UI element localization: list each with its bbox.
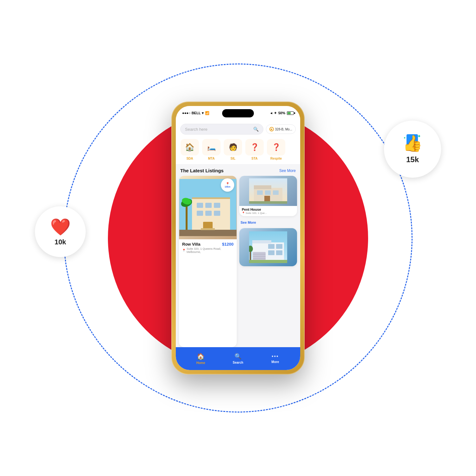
mta-icon: 🛏️ xyxy=(207,143,216,151)
sil-icon: 🧑 xyxy=(229,143,237,151)
sda-icon-box: 🏠 xyxy=(181,139,199,155)
home-nav-icon: 🏠 xyxy=(197,353,205,360)
svg-rect-34 xyxy=(276,250,282,255)
svg-rect-1 xyxy=(186,204,188,230)
categories-row: 🏠 SDA 🛏️ MTA 🧑 SIL xyxy=(176,137,300,164)
svg-rect-6 xyxy=(205,203,212,208)
svg-rect-19 xyxy=(257,190,263,195)
listings-header: The Latest Listings See More xyxy=(176,164,300,176)
thumbs-badge: 👍 ✦ ✦ 15k xyxy=(384,121,441,178)
battery-percent: 50% xyxy=(278,111,285,115)
category-mta[interactable]: 🛏️ MTA xyxy=(202,139,221,160)
more-nav-icon: ••• xyxy=(272,354,279,359)
sil-label: SIL xyxy=(230,157,235,160)
svg-rect-8 xyxy=(197,211,203,216)
svg-rect-13 xyxy=(179,230,236,236)
listing-card-pent-house[interactable]: Pent House 📍 Suite 320, 1 Que... xyxy=(239,176,297,216)
pin-icon: 📍 xyxy=(182,249,186,252)
pent-house-info: Pent House 📍 Suite 320, 1 Que... xyxy=(239,206,297,216)
house3-image xyxy=(239,228,297,266)
nav-search[interactable]: 🔍 Search xyxy=(219,353,256,364)
svg-rect-21 xyxy=(273,190,279,195)
svg-rect-10 xyxy=(214,211,220,216)
likes-count: 10k xyxy=(55,238,66,246)
location-button[interactable]: 328-B, Mo... xyxy=(266,124,296,134)
svg-rect-33 xyxy=(268,250,274,255)
svg-rect-23 xyxy=(249,201,287,204)
row-villa-name: Row Villa xyxy=(182,242,201,247)
pent-house-svg xyxy=(249,178,287,204)
sda-label: SDA xyxy=(186,157,193,160)
bottom-nav: 🏠 Home 🔍 Search ••• More xyxy=(176,347,300,370)
distance-badge: 📍 10km xyxy=(221,178,234,192)
distance-icon: 📍 xyxy=(226,182,229,186)
battery-icon xyxy=(287,111,294,115)
respite-icon-box: ❓ xyxy=(267,139,285,155)
svg-rect-7 xyxy=(214,203,220,208)
pent-pin-icon: 📍 xyxy=(242,212,245,215)
distance-value: 10km xyxy=(225,186,230,188)
respite-label: Respite xyxy=(270,157,282,160)
svg-rect-18 xyxy=(254,185,271,189)
status-carrier: ●●●○ BELL ▾ 📶 xyxy=(182,111,209,115)
battery-fill xyxy=(288,112,291,114)
svg-rect-9 xyxy=(205,211,212,216)
status-right: ◂ ✦ 50% xyxy=(270,111,294,115)
dynamic-island xyxy=(222,109,254,117)
more-nav-label: More xyxy=(271,360,279,364)
listing-card-row-villa[interactable]: 📍 10km Row Villa $1200 📍 Suite 3 xyxy=(179,176,237,347)
svg-rect-35 xyxy=(249,260,287,263)
search-box[interactable]: Search here 🔍 xyxy=(180,124,263,135)
see-more-button[interactable]: See More xyxy=(241,219,256,226)
status-bluetooth: ✦ xyxy=(274,111,277,115)
category-respite[interactable]: ❓ Respite xyxy=(267,139,286,160)
right-column: Pent House 📍 Suite 320, 1 Que... See Mor… xyxy=(239,176,297,306)
heart-icon: ❤️ xyxy=(50,217,71,237)
location-label: 328-B, Mo... xyxy=(275,128,292,131)
search-placeholder: Search here xyxy=(185,127,251,132)
search-nav-icon: 🔍 xyxy=(235,353,241,360)
status-location-icon: ◂ xyxy=(270,111,272,115)
sta-icon: ❓ xyxy=(250,143,259,151)
listings-see-more[interactable]: See More xyxy=(279,169,296,173)
svg-rect-20 xyxy=(265,190,271,195)
svg-rect-31 xyxy=(268,244,274,249)
row-villa-name-row: Row Villa $1200 xyxy=(182,242,234,247)
sta-label: STA xyxy=(251,157,257,160)
sda-icon: 🏠 xyxy=(185,143,195,152)
svg-rect-12 xyxy=(192,197,230,199)
svg-rect-32 xyxy=(276,244,282,249)
search-icon: 🔍 xyxy=(253,127,259,132)
pent-house-image xyxy=(239,176,297,206)
mta-icon-box: 🛏️ xyxy=(202,139,221,155)
nav-more[interactable]: ••• More xyxy=(257,354,294,364)
sil-icon-box: 🧑 xyxy=(224,139,242,155)
thumb-visual: 👍 ✦ ✦ xyxy=(403,134,422,153)
row-villa-address: 📍 Suite 320, 1 Queens Road, Melbourne, xyxy=(182,247,234,254)
thumbs-count: 15k xyxy=(406,155,419,164)
thumbs-up-icon: 👍 xyxy=(403,134,422,153)
listing-card-house3[interactable] xyxy=(239,228,297,266)
category-sil[interactable]: 🧑 SIL xyxy=(223,139,242,160)
mta-label: MTA xyxy=(208,157,215,160)
category-sta[interactable]: ❓ STA xyxy=(245,139,264,160)
category-sda[interactable]: 🏠 SDA xyxy=(180,139,199,160)
house3-svg xyxy=(249,231,287,263)
scene: ❤️ 10k 👍 ✦ ✦ 15k ●●●○ BELL ▾ 📶 xyxy=(0,0,476,476)
row-villa-price: $1200 xyxy=(222,242,234,247)
svg-rect-5 xyxy=(197,203,203,208)
search-area: Search here 🔍 328-B, Mo... xyxy=(176,120,300,137)
row-villa-info: Row Villa $1200 📍 Suite 320, 1 Queens Ro… xyxy=(179,239,237,256)
search-nav-label: Search xyxy=(233,361,243,364)
see-more-row: See More xyxy=(239,219,297,226)
location-icon xyxy=(269,127,274,131)
svg-rect-14 xyxy=(201,228,215,230)
listings-grid: 📍 10km Row Villa $1200 📍 Suite 3 xyxy=(176,176,300,347)
nav-home[interactable]: 🏠 Home xyxy=(182,353,219,365)
phone-frame: ●●●○ BELL ▾ 📶 ◂ ✦ 50% xyxy=(171,102,305,374)
phone-screen: ●●●○ BELL ▾ 📶 ◂ ✦ 50% xyxy=(176,106,300,370)
respite-icon: ❓ xyxy=(272,143,281,151)
home-nav-label: Home xyxy=(196,361,205,365)
likes-badge: ❤️ 10k xyxy=(35,206,86,257)
svg-rect-26 xyxy=(252,240,271,243)
